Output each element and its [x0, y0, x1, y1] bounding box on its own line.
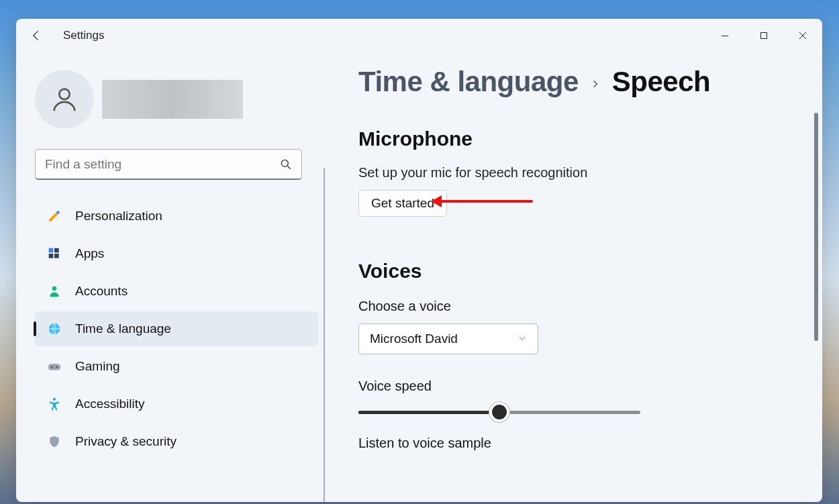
- nav-list: Personalization Apps Accounts: [35, 199, 318, 459]
- scrollbar[interactable]: [814, 113, 818, 341]
- sidebar-item-label: Gaming: [75, 359, 120, 374]
- svg-point-12: [56, 366, 57, 368]
- sidebar-item-accessibility[interactable]: Accessibility: [35, 387, 318, 421]
- svg-rect-5: [54, 248, 59, 253]
- sidebar-item-time-language[interactable]: Time & language: [35, 311, 318, 346]
- microphone-heading: Microphone: [358, 128, 802, 150]
- svg-rect-10: [48, 364, 60, 370]
- search-input[interactable]: [35, 149, 302, 180]
- sidebar-item-apps[interactable]: Apps: [35, 236, 318, 271]
- svg-point-13: [53, 398, 56, 401]
- svg-point-8: [52, 287, 57, 291]
- apps-icon: [47, 246, 62, 261]
- paintbrush-icon: [47, 209, 62, 223]
- sidebar-item-label: Accessibility: [75, 397, 144, 411]
- person-icon: [47, 284, 62, 299]
- breadcrumb: Time & language Speech: [358, 66, 802, 98]
- gamepad-icon: [47, 359, 62, 374]
- svg-rect-7: [54, 254, 59, 258]
- sidebar-item-gaming[interactable]: Gaming: [35, 349, 318, 384]
- voice-select[interactable]: Microsoft David: [358, 323, 538, 354]
- content-pane: Time & language Speech Microphone Set up…: [325, 52, 822, 502]
- sidebar-item-label: Personalization: [75, 209, 162, 223]
- svg-rect-1: [761, 33, 767, 39]
- close-button[interactable]: [783, 19, 822, 52]
- voices-heading: Voices: [358, 260, 802, 283]
- voice-select-value: Microsoft David: [370, 332, 458, 346]
- accessibility-icon: [47, 397, 62, 411]
- chevron-down-icon: [517, 332, 527, 346]
- voice-speed-slider[interactable]: [358, 405, 640, 419]
- avatar: [35, 70, 94, 129]
- svg-point-11: [51, 366, 52, 368]
- user-header[interactable]: [35, 70, 318, 129]
- sidebar-item-label: Privacy & security: [75, 434, 177, 449]
- window-controls: [705, 19, 822, 52]
- svg-point-2: [59, 89, 69, 99]
- back-button[interactable]: [28, 28, 44, 44]
- choose-voice-label: Choose a voice: [358, 299, 802, 314]
- user-name-placeholder: [102, 80, 243, 119]
- sidebar-item-privacy[interactable]: Privacy & security: [35, 424, 318, 459]
- voice-speed-label: Voice speed: [358, 379, 802, 394]
- svg-rect-0: [722, 36, 728, 36]
- svg-rect-6: [49, 254, 54, 258]
- search-icon: [279, 158, 293, 171]
- svg-point-3: [281, 160, 288, 166]
- sidebar: Personalization Apps Accounts: [16, 52, 325, 502]
- annotation-arrow: [432, 200, 533, 203]
- svg-rect-4: [49, 248, 54, 253]
- voice-sample-label: Listen to voice sample: [358, 436, 802, 451]
- minimize-button[interactable]: [705, 19, 744, 52]
- slider-fill: [358, 411, 499, 414]
- shield-icon: [47, 434, 62, 449]
- breadcrumb-parent[interactable]: Time & language: [358, 66, 579, 98]
- settings-window: Settings: [16, 19, 822, 502]
- chevron-right-icon: [591, 77, 600, 92]
- sidebar-item-label: Time & language: [75, 321, 171, 336]
- sidebar-item-accounts[interactable]: Accounts: [35, 274, 318, 309]
- app-title: Settings: [63, 29, 104, 42]
- sidebar-item-personalization[interactable]: Personalization: [35, 199, 318, 234]
- slider-thumb[interactable]: [492, 405, 507, 419]
- titlebar: Settings: [16, 19, 822, 52]
- maximize-button[interactable]: [744, 19, 783, 52]
- globe-clock-icon: [47, 321, 62, 336]
- breadcrumb-current: Speech: [612, 66, 710, 98]
- microphone-description: Set up your mic for speech recognition: [358, 165, 802, 181]
- sidebar-item-label: Apps: [75, 246, 104, 261]
- sidebar-item-label: Accounts: [75, 284, 128, 299]
